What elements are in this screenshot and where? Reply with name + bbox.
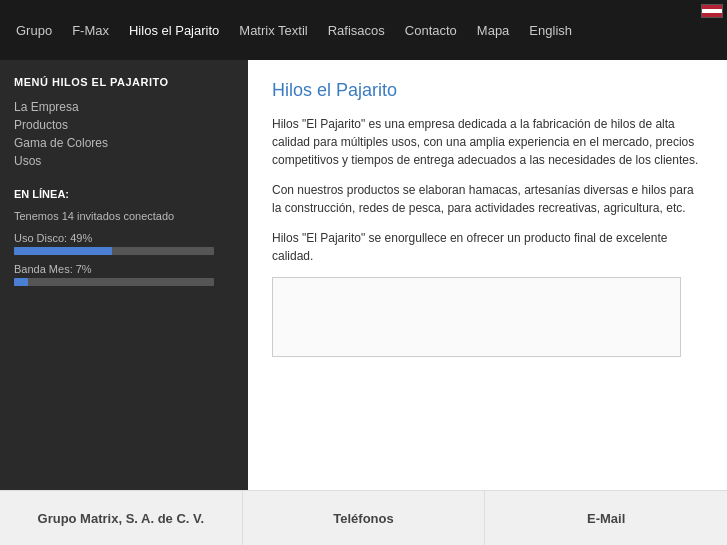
main-layout: MENÚ HILOS EL PAJARITO La EmpresaProduct…	[0, 60, 727, 490]
content-paragraph: Hilos "El Pajarito" se enorgullece en of…	[272, 229, 703, 265]
nav-item-contacto[interactable]: Contacto	[405, 23, 457, 38]
sidebar-item-gama-de-colores[interactable]: Gama de Colores	[14, 136, 108, 150]
banda-progress-fill	[14, 278, 28, 286]
sidebar-item-usos[interactable]: Usos	[14, 154, 41, 168]
nav-item-mapa[interactable]: Mapa	[477, 23, 510, 38]
sidebar-online-title: EN LÍNEA:	[14, 188, 234, 200]
content-title: Hilos el Pajarito	[272, 80, 703, 101]
content-paragraph: Con nuestros productos se elaboran hamac…	[272, 181, 703, 217]
top-navigation: GrupoF-MaxHilos el PajaritoMatrix Textil…	[0, 0, 727, 60]
nav-item-hilos-el-pajarito[interactable]: Hilos el Pajarito	[129, 23, 219, 38]
footer-section: Grupo Matrix, S. A. de C. V.	[0, 491, 243, 545]
sidebar-menu-title: MENÚ HILOS EL PAJARITO	[14, 76, 234, 88]
flag-icon	[701, 4, 723, 18]
content-paragraphs: Hilos "El Pajarito" es una empresa dedic…	[272, 115, 703, 265]
footer: Grupo Matrix, S. A. de C. V.TeléfonosE-M…	[0, 490, 727, 545]
content-box	[272, 277, 681, 357]
nav-item-grupo[interactable]: Grupo	[16, 23, 52, 38]
sidebar-online-text: Tenemos 14 invitados conectado	[14, 210, 234, 222]
footer-section: Teléfonos	[243, 491, 486, 545]
main-content: Hilos el Pajarito Hilos "El Pajarito" es…	[248, 60, 727, 490]
nav-item-rafisacos[interactable]: Rafisacos	[328, 23, 385, 38]
nav-menu: GrupoF-MaxHilos el PajaritoMatrix Textil…	[16, 23, 572, 38]
banda-progress-bar	[14, 278, 214, 286]
banda-label: Banda Mes: 7%	[14, 263, 234, 275]
nav-item-f-max[interactable]: F-Max	[72, 23, 109, 38]
sidebar-item-la-empresa[interactable]: La Empresa	[14, 100, 79, 114]
disco-progress-fill	[14, 247, 112, 255]
sidebar: MENÚ HILOS EL PAJARITO La EmpresaProduct…	[0, 60, 248, 490]
sidebar-menu-list: La EmpresaProductosGama de ColoresUsos	[14, 100, 234, 168]
disco-progress-bar	[14, 247, 214, 255]
footer-section: E-Mail	[485, 491, 727, 545]
sidebar-item-productos[interactable]: Productos	[14, 118, 68, 132]
disco-label: Uso Disco: 49%	[14, 232, 234, 244]
nav-item-matrix-textil[interactable]: Matrix Textil	[239, 23, 307, 38]
nav-item-english[interactable]: English	[529, 23, 572, 38]
content-paragraph: Hilos "El Pajarito" es una empresa dedic…	[272, 115, 703, 169]
